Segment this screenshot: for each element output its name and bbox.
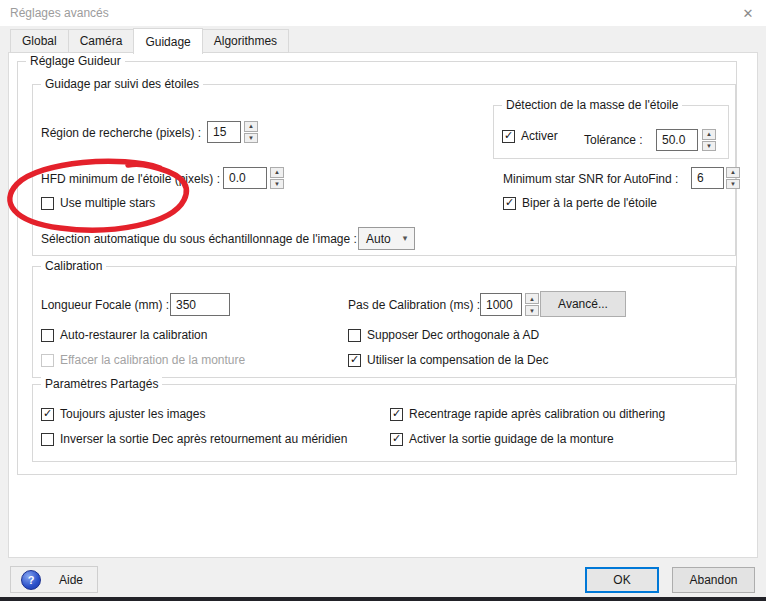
checkbox-box: ✓ xyxy=(348,329,361,342)
group-label: Réglage Guideur xyxy=(26,54,125,68)
focal-length-input[interactable]: 350 xyxy=(170,293,230,316)
title-bar: Réglages avancés ✕ xyxy=(0,0,766,26)
min-snr-spinner[interactable]: ▲ ▼ xyxy=(726,167,740,189)
downsample-select[interactable]: Auto ▾ xyxy=(358,227,415,250)
checkbox-label: Auto-restaurer la calibration xyxy=(60,328,207,342)
tab-strip: Global Caméra Guidage Algorithmes xyxy=(10,28,289,53)
hfd-min-input[interactable]: 0.0 xyxy=(223,167,267,189)
enable-mass-detection-checkbox[interactable]: ✓ Activer xyxy=(502,128,558,144)
tab-guidage[interactable]: Guidage xyxy=(133,28,202,54)
checkbox-label: Recentrage rapide après calibration ou d… xyxy=(409,407,665,421)
tab-label: Caméra xyxy=(80,34,123,48)
tab-label: Algorithmes xyxy=(214,34,277,48)
beep-star-lost-checkbox[interactable]: ✓ Biper à la perte de l'étoile xyxy=(503,195,657,211)
spin-up-button[interactable]: ▲ xyxy=(726,167,740,178)
checkbox-box: ✓ xyxy=(41,329,54,342)
assume-dec-orthogonal-checkbox[interactable]: ✓ Supposer Dec orthogonale à AD xyxy=(348,327,539,343)
arrow-down-icon: ▼ xyxy=(730,181,736,187)
group-shared-parameters: Paramètres Partagés ✓ Toujours ajuster l… xyxy=(32,384,736,462)
checkbox-box: ✓ xyxy=(41,197,54,210)
group-label: Détection de la masse de l'étoile xyxy=(502,98,682,112)
spin-down-button[interactable]: ▼ xyxy=(244,133,258,144)
window-title: Réglages avancés xyxy=(10,6,109,20)
dec-compensation-checkbox[interactable]: ✓ Utiliser la compensation de la Dec xyxy=(348,352,548,368)
reverse-dec-meridian-checkbox[interactable]: ✓ Inverser la sortie Dec après retournem… xyxy=(41,431,347,447)
fast-recenter-checkbox[interactable]: ✓ Recentrage rapide après calibration ou… xyxy=(390,406,665,422)
tolerance-spinner[interactable]: ▲ ▼ xyxy=(702,129,716,151)
chevron-down-icon: ▾ xyxy=(403,234,408,243)
checkbox-box: ✓ xyxy=(390,433,403,446)
spin-up-button[interactable]: ▲ xyxy=(244,121,258,132)
group-mass-detection: Détection de la masse de l'étoile ✓ Acti… xyxy=(493,105,729,159)
check-icon: ✓ xyxy=(43,408,52,419)
focal-length-label: Longueur Focale (mm) : xyxy=(41,297,169,313)
arrow-up-icon: ▲ xyxy=(248,123,254,129)
spin-up-button[interactable]: ▲ xyxy=(702,129,716,140)
checkbox-box: ✓ xyxy=(41,433,54,446)
arrow-down-icon: ▼ xyxy=(248,135,254,141)
group-label: Guidage par suivi des étoiles xyxy=(41,77,203,91)
mount-guide-output-checkbox[interactable]: ✓ Activer la sortie guidage de la montur… xyxy=(390,431,614,447)
check-icon: ✓ xyxy=(505,197,514,208)
check-icon: ✓ xyxy=(504,130,513,141)
checkbox-box: ✓ xyxy=(348,354,361,367)
auto-restore-calibration-checkbox[interactable]: ✓ Auto-restaurer la calibration xyxy=(41,327,207,343)
min-snr-input[interactable]: 6 xyxy=(691,167,724,189)
tab-page-guidage: Réglage Guideur Guidage par suivi des ét… xyxy=(8,52,758,558)
checkbox-label: Biper à la perte de l'étoile xyxy=(522,196,657,210)
question-mark-icon: ? xyxy=(21,570,41,590)
hfd-min-label: HFD minimum de l'étoile (pixels) : xyxy=(41,171,220,187)
checkbox-box: ✓ xyxy=(41,408,54,421)
arrow-up-icon: ▲ xyxy=(706,131,712,137)
spin-down-button[interactable]: ▼ xyxy=(270,179,284,190)
group-reglage-guideur: Réglage Guideur Guidage par suivi des ét… xyxy=(17,61,737,475)
checkbox-label: Utiliser la compensation de la Dec xyxy=(367,353,548,367)
search-region-input[interactable]: 15 xyxy=(207,121,241,143)
spin-down-button[interactable]: ▼ xyxy=(525,305,539,316)
arrow-up-icon: ▲ xyxy=(529,296,535,302)
tab-label: Global xyxy=(22,34,57,48)
help-button[interactable]: ? Aide xyxy=(10,566,98,593)
spin-up-button[interactable]: ▲ xyxy=(525,293,539,304)
checkbox-label: Toujours ajuster les images xyxy=(60,407,205,421)
check-icon: ✓ xyxy=(350,354,359,365)
tab-camera[interactable]: Caméra xyxy=(68,29,135,53)
group-star-tracking: Guidage par suivi des étoiles Région de … xyxy=(32,84,736,256)
check-icon: ✓ xyxy=(392,433,401,444)
arrow-down-icon: ▼ xyxy=(706,143,712,149)
use-multiple-stars-checkbox[interactable]: ✓ Use multiple stars xyxy=(41,195,155,211)
hfd-min-spinner[interactable]: ▲ ▼ xyxy=(270,167,284,189)
tab-global[interactable]: Global xyxy=(10,29,69,53)
close-icon[interactable]: ✕ xyxy=(739,4,757,22)
tab-label: Guidage xyxy=(145,35,190,49)
spin-down-button[interactable]: ▼ xyxy=(702,141,716,152)
checkbox-label: Activer la sortie guidage de la monture xyxy=(409,432,614,446)
min-snr-label: Minimum star SNR for AutoFind : xyxy=(503,171,678,187)
calibration-step-label: Pas de Calibration (ms) : xyxy=(348,297,480,313)
group-label: Calibration xyxy=(41,259,106,273)
tolerance-label: Tolérance : xyxy=(584,132,643,148)
checkbox-label: Use multiple stars xyxy=(60,196,155,210)
advanced-button[interactable]: Avancé... xyxy=(540,291,626,317)
tolerance-input[interactable]: 50.0 xyxy=(656,129,698,151)
always-stretch-images-checkbox[interactable]: ✓ Toujours ajuster les images xyxy=(41,406,205,422)
calibration-step-spinner[interactable]: ▲ ▼ xyxy=(525,293,539,316)
spin-down-button[interactable]: ▼ xyxy=(726,179,740,190)
combo-value: Auto xyxy=(366,232,391,246)
calibration-step-input[interactable]: 1000 xyxy=(480,293,522,316)
arrow-up-icon: ▲ xyxy=(274,169,280,175)
cancel-button[interactable]: Abandon xyxy=(672,567,755,593)
clear-calibration-checkbox: ✓ Effacer la calibration de la monture xyxy=(41,352,245,368)
checkbox-label: Inverser la sortie Dec après retournemen… xyxy=(60,432,347,446)
checkbox-label: Activer xyxy=(521,129,558,143)
ok-button[interactable]: OK xyxy=(585,567,659,593)
search-region-spinner[interactable]: ▲ ▼ xyxy=(244,121,258,143)
checkbox-label: Effacer la calibration de la monture xyxy=(60,353,245,367)
window-bottom-edge xyxy=(0,597,766,601)
arrow-down-icon: ▼ xyxy=(274,181,280,187)
checkbox-box: ✓ xyxy=(502,130,515,143)
search-region-label: Région de recherche (pixels) : xyxy=(41,125,201,141)
checkbox-label: Supposer Dec orthogonale à AD xyxy=(367,328,539,342)
tab-algorithmes[interactable]: Algorithmes xyxy=(202,29,289,53)
spin-up-button[interactable]: ▲ xyxy=(270,167,284,178)
